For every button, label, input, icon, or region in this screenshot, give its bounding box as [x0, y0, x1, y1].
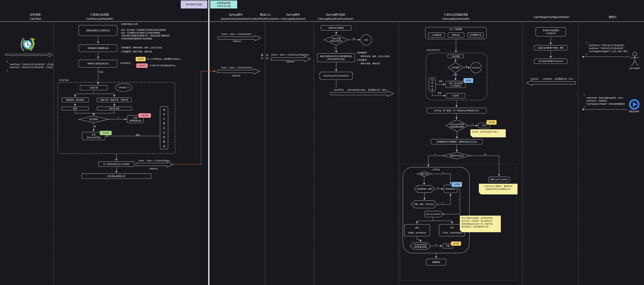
node-log-collector: log 收 集 器 [429, 78, 436, 91]
label-topic-check: topic正确 dataList非空 [324, 37, 348, 43]
label-counter: 计算次数 +1 [115, 86, 132, 90]
badge-flow-right: 实时数据消费 计算日志生成 [210, 1, 237, 9]
badge-calc-error: 计算异常 [136, 63, 148, 68]
note-unique-key: unique key (配置id， 数据时间) 避免多JVM运行导致重复入库 [479, 184, 518, 194]
label-listener-n: N [353, 38, 354, 40]
badge-unmatched-2: 未匹配 [452, 182, 462, 187]
node-merge-sourceinfo: 合并 sourceInfo [424, 211, 442, 217]
label-collect: 收集 [136, 134, 140, 136]
node-filter-attrs: 过滤出这些配置中的物、属性 [534, 45, 568, 51]
node-convert-dtos: tskvProtos 转为 tskvDTOs [320, 72, 353, 80]
node-query-pending-logs: 查询待计算状态的日志 [78, 60, 118, 68]
label-recalc-y: Y [442, 172, 444, 174]
node-query-user-config: 查询用户指定配置 configList [536, 27, 566, 37]
note-clean: 过期时间默认为1周 好处：执行性能、资源消耗可以维持在比较乐观范围 坏处：无法重… [121, 23, 170, 40]
label-sourceinfo2: sourceInfo完备 或者是聚合映射 [409, 243, 432, 249]
label-event-history: Event： topic = v1/tskv/history [221, 67, 252, 69]
label-merge-container: 合并log [423, 168, 450, 171]
play-icon [630, 100, 639, 109]
node-param-tskv: tskv数据集 [428, 33, 445, 38]
label-notcalc-desc: 第一次计算的log，需要重新计算的log [147, 58, 180, 60]
node-push-event: 对 计算成功的日志 push事件 [98, 161, 134, 167]
node-update-all-logs: 对全部log更新入库 [82, 173, 151, 179]
badge-not-calculated: 未计算 [136, 57, 146, 61]
node-formula-calc: 按公式计算 [97, 107, 132, 110]
node-log-list: log列表 [446, 93, 465, 98]
label-recalc: 重新计算 [417, 173, 432, 175]
label-ret-recalc-true: 是否重新计算：true [555, 78, 573, 80]
arrow-push-history [136, 162, 173, 167]
label-event-latest-data: dataList [233, 40, 241, 43]
label-forward-a: 事 件 [261, 54, 263, 60]
note-notcalc: 未计算：表示可以进行计算了 [470, 129, 506, 137]
lane-caller-header: 调用方 [609, 15, 617, 19]
node-accumulate: 累加 [62, 107, 89, 110]
connector-layer [0, 0, 644, 285]
lane-handler-header: 计算日志存储处理器 CalcLogSaveHandler [442, 13, 470, 21]
arrow-task-to-exec [6, 53, 52, 57]
label-loop-logs: Loop logs [59, 79, 68, 81]
label-sameattr-y: Y [442, 202, 443, 204]
label-hit-true: true [453, 73, 457, 76]
lane-transfer-header: 数据入口 DataTransferListener [252, 13, 280, 21]
section-divider [208, 0, 210, 285]
label-db-exists: 数据库中存在的 [443, 154, 471, 157]
node-get-enabled-configs: 缓存中获取所有开启计算的配置信息 allEnabledConfigs [317, 53, 355, 62]
badge-calculated: 已计算 [100, 131, 112, 135]
node-batch-insert: 批量 insert update [488, 177, 510, 182]
note-merge-logic: 经过上面的合并逻辑，如果状态仍然 是已计算、计算异常，那么其再次计 算的结果也必… [460, 216, 501, 232]
node-batch-update: 批量更新 [426, 259, 446, 265]
node-param-recalc: 是否重新计算 [468, 33, 484, 38]
label-same-attr: 同物、属性；不同value [411, 203, 437, 206]
arrow-controller-return [526, 80, 576, 86]
badge-calc-error-2: 计算异常 [138, 113, 151, 118]
label-pass-configs: allEnabledConfigs [348, 89, 365, 91]
node-param-config: 配置信息 [448, 33, 464, 38]
label-loop-tskvlist: Loop tskvList [426, 49, 440, 51]
label-continue: continue [470, 66, 481, 69]
label-ret-tskvlist: tskvList [531, 78, 538, 80]
label-newattr-y: Y [437, 187, 438, 189]
node-indicator-calc: 指标计算、高级计算、分摊计算 [97, 98, 132, 102]
task-request-json: { "startTime": "2024-01-01 00:00:00", 【可… [6, 60, 54, 72]
lane-controller-header: CalcTargetConfigController [534, 15, 569, 19]
label-hit-n: N [466, 65, 467, 68]
node-clean-expired: 清除过期的已计算的日志 [78, 25, 118, 36]
lane-queue-header: Spring事件 QueueConsumerEvent [221, 13, 251, 21]
label-form: 形成 [438, 92, 442, 94]
label-sourceinfo-check: sourceInfo完备 或者是聚合映射 [445, 123, 469, 129]
label-event-save: Event： topic = v1/tskv/calc/log/save [272, 54, 309, 56]
node-collect-logs: 收集 未匹配、未计算的log [404, 224, 430, 236]
badge-notcalc-2: 未计算 [451, 241, 461, 246]
label-sourceinfo2-y: Y [436, 244, 437, 246]
note-listener-configs: 目标物配置： 携带目标物、属性，以及公式信息 计算物配置： 携带计算物、属性信息 [357, 51, 390, 65]
node-gen-log: 生成一条log对象 打上初始标记 [446, 81, 466, 88]
label-src-y: Y [472, 123, 473, 126]
label-push-datalist: dataList [150, 167, 158, 170]
label-handler-collect: 收集 [439, 80, 443, 83]
user-agent-icon [630, 52, 639, 66]
node-query-cache: 查询缓存中的配置信息 [78, 45, 118, 52]
label-event-history-data: dataList [232, 75, 240, 77]
label-new-attr: 存在新的物、属性 [414, 187, 434, 190]
label-forward-b: 转 发 [266, 54, 268, 60]
label-push-event-topic: Event： topic = v1/tskv/history [138, 159, 170, 162]
arrow-event-history [217, 69, 260, 74]
lane-exec-header: 计算执行处理器 CalcExecuteHandler [86, 13, 113, 21]
badge-flow-left: 物计算执行流程 [181, 1, 208, 9]
node-tskv-object: tskv对象 [448, 55, 464, 58]
label-logs: logs [99, 71, 103, 73]
label-exists-y: Y [434, 153, 436, 156]
arrow-listener-handler [330, 91, 394, 97]
badge-unmatched-1: 未匹配 [464, 78, 473, 83]
label-exec-error: 执行错误 [79, 117, 108, 121]
lane-saveevent-header: Spring事件 CalcLogSaveEvent [281, 13, 306, 21]
label-end: end [362, 38, 370, 42]
label-event-save-data: dataList [286, 61, 294, 63]
label-unified-params: 统一计算参数 [442, 28, 469, 31]
node-success-log-collector: 成 功 计 算 日 志 收 集 器 [160, 106, 168, 149]
caller-json-manual: { "startTime": "2024-01-01 00:00:00", "e… [586, 41, 627, 56]
clock-icon [21, 38, 35, 50]
lane-listener-header: Spring事件监听 CalcLogSaveEventListener [318, 13, 353, 21]
label-pending: 待计算包含： [120, 62, 132, 65]
